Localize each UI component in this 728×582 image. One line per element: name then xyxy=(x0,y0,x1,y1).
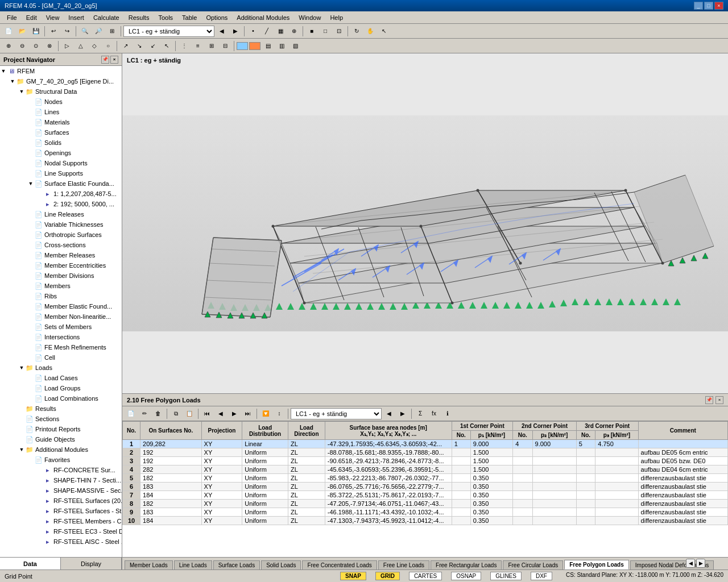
tb2-btn6[interactable]: △ xyxy=(75,40,87,52)
tree-item-13[interactable]: ▸2: 192; 5000, 5000, ... xyxy=(0,199,122,209)
tb2-btn9[interactable]: ↗ xyxy=(119,40,132,52)
save-btn[interactable]: 💾 xyxy=(30,25,42,38)
toggle-11[interactable]: ▼ xyxy=(27,180,34,187)
tree-item-0[interactable]: ▼🖥RFEM xyxy=(0,66,122,76)
bt-last[interactable]: ⏭ xyxy=(242,408,254,420)
osnap-btn[interactable]: OSNAP xyxy=(451,572,481,580)
tree-item-37[interactable]: ▼📁Additional Modules xyxy=(0,444,122,455)
tree-item-32[interactable]: 📄Load Combinations xyxy=(0,393,122,404)
redo-btn[interactable]: ↪ xyxy=(61,25,73,38)
snap-btn[interactable]: SNAP xyxy=(340,572,366,580)
tb2-btn18[interactable]: ▥ xyxy=(275,40,288,52)
zoom-in-btn[interactable]: 🔍 xyxy=(78,25,91,38)
node-btn[interactable]: • xyxy=(247,25,259,38)
tree-item-38[interactable]: 📄Favorites xyxy=(0,455,122,465)
table-row[interactable]: 5 182 XY Uniform ZL -85.983,-22.2213;-86… xyxy=(123,474,728,483)
table-row[interactable]: 2 192 XY Uniform ZL -88.0788,-15.681;-88… xyxy=(123,448,728,457)
bt-fx[interactable]: fx xyxy=(428,408,440,420)
rotate-btn[interactable]: ↻ xyxy=(350,25,363,38)
tab-free-concentrated-loads[interactable]: Free Concentrated Loads xyxy=(302,560,377,569)
dxf-btn[interactable]: DXF xyxy=(531,572,552,580)
tree-item-30[interactable]: 📄Load Cases xyxy=(0,373,122,383)
tree-item-45[interactable]: ▸RF-STEEL EC3 - Steel D... xyxy=(0,526,122,537)
tb2-btn11[interactable]: ↙ xyxy=(147,40,159,52)
tree-item-42[interactable]: ▸RF-STEEL Surfaces (20... xyxy=(0,496,122,506)
table-row[interactable]: 7 184 XY Uniform ZL -85.3722,-25.5131;-7… xyxy=(123,491,728,500)
tb2-btn13[interactable]: ⋮ xyxy=(178,40,191,52)
tb2-btn19[interactable]: ▧ xyxy=(289,40,301,52)
tab-surface-loads[interactable]: Surface Loads xyxy=(213,560,260,569)
grid-btn[interactable]: GRID xyxy=(375,572,400,580)
table-row[interactable]: 1 209,282 XY Linear ZL -47.329,1.75935;-… xyxy=(123,440,728,448)
menu-insert[interactable]: Insert xyxy=(64,13,89,22)
table-row[interactable]: 6 183 XY Uniform ZL -86.0765,-25.7716;-7… xyxy=(123,483,728,491)
toggle-29[interactable]: ▼ xyxy=(18,364,25,371)
bt-lc-prev[interactable]: ◀ xyxy=(383,408,395,420)
tree-item-33[interactable]: 📁Results xyxy=(0,404,122,414)
tree-item-14[interactable]: 📄Line Releases xyxy=(0,209,122,219)
tb2-btn7[interactable]: ◇ xyxy=(88,40,101,52)
undo-btn[interactable]: ↩ xyxy=(47,25,60,38)
close-btn[interactable]: × xyxy=(714,2,723,10)
tree-item-31[interactable]: 📄Load Groups xyxy=(0,383,122,393)
surface-btn[interactable]: ▦ xyxy=(274,25,287,38)
menu-view[interactable]: View xyxy=(42,13,64,22)
line-btn[interactable]: ╱ xyxy=(260,25,273,38)
tree-item-10[interactable]: 📄Line Supports xyxy=(0,168,122,178)
tb2-btn5[interactable]: ▷ xyxy=(61,40,73,52)
menu-file[interactable]: File xyxy=(2,13,22,22)
tab-free-rectangular-loads[interactable]: Free Rectangular Loads xyxy=(431,560,502,569)
tree-item-20[interactable]: 📄Member Divisions xyxy=(0,271,122,281)
table-row[interactable]: 8 182 XY Uniform ZL -47.205,-7.97134;-46… xyxy=(123,500,728,508)
tree-item-3[interactable]: 📄Nodes xyxy=(0,97,122,107)
viewport-3d[interactable]: LC1 : eg + ständig xyxy=(122,53,728,393)
tree-item-5[interactable]: 📄Materials xyxy=(0,117,122,127)
tb2-btn1[interactable]: ⊕ xyxy=(2,40,15,52)
tb2-btn12[interactable]: ↖ xyxy=(160,40,173,52)
bt-next[interactable]: ▶ xyxy=(228,408,241,420)
tree-item-27[interactable]: 📄FE Mesh Refinements xyxy=(0,342,122,352)
glines-btn[interactable]: GLINES xyxy=(490,572,522,580)
zoom-all-btn[interactable]: ⊞ xyxy=(106,25,118,38)
nav-pin-btn[interactable]: 📌 xyxy=(101,56,109,64)
tree-item-19[interactable]: 📄Member Eccentricities xyxy=(0,260,122,271)
tb2-btn14[interactable]: ≡ xyxy=(192,40,204,52)
tb2-btn2[interactable]: ⊖ xyxy=(16,40,28,52)
toggle-1[interactable]: ▼ xyxy=(9,78,16,85)
pan-btn[interactable]: ✋ xyxy=(364,25,377,38)
tb2-btn8[interactable]: ○ xyxy=(102,40,114,52)
toggle-2[interactable]: ▼ xyxy=(18,88,25,95)
tree-item-46[interactable]: ▸RF-STEEL AISC - Steel ... xyxy=(0,537,122,547)
tab-free-line-loads[interactable]: Free Line Loads xyxy=(378,560,429,569)
table-row[interactable]: 3 192 XY Uniform ZL -90.6518,-29.4213;-7… xyxy=(123,457,728,465)
tb2-btn15[interactable]: ⊞ xyxy=(205,40,218,52)
tb2-btn16[interactable]: ⊟ xyxy=(219,40,231,52)
member-btn[interactable]: ⊕ xyxy=(288,25,300,38)
prev-lc-btn[interactable]: ◀ xyxy=(216,25,228,38)
menu-tools[interactable]: Tools xyxy=(154,13,177,22)
menu-additional-modules[interactable]: Additional Modules xyxy=(232,13,294,22)
tb2-btn4[interactable]: ⊗ xyxy=(43,40,56,52)
x-ray-btn[interactable]: ⊡ xyxy=(333,25,345,38)
tab-member-loads[interactable]: Member Loads xyxy=(125,560,173,569)
tab-scroll-right[interactable]: ▶ xyxy=(696,559,705,568)
tree-item-41[interactable]: ▸SHAPE-MASSIVE - Sec... xyxy=(0,485,122,496)
tree-item-11[interactable]: ▼📄Surface Elastic Founda... xyxy=(0,178,122,189)
tree-item-1[interactable]: ▼📁GM_7_40_20_og5 [Eigene Di... xyxy=(0,76,122,86)
bt-copy[interactable]: ⧉ xyxy=(169,408,182,420)
tree-item-15[interactable]: 📄Variable Thicknesses xyxy=(0,219,122,230)
tree-item-6[interactable]: 📄Surfaces xyxy=(0,127,122,138)
nav-header-controls[interactable]: 📌 × xyxy=(101,56,118,64)
select-btn[interactable]: ↖ xyxy=(378,25,390,38)
menu-options[interactable]: Options xyxy=(201,13,232,22)
bt-info[interactable]: ℹ xyxy=(441,408,454,420)
bt-paste[interactable]: 📋 xyxy=(183,408,196,420)
tree-item-35[interactable]: 📄Printout Reports xyxy=(0,424,122,434)
bt-filter[interactable]: 🔽 xyxy=(259,408,272,420)
open-btn[interactable]: 📂 xyxy=(16,25,28,38)
menu-results[interactable]: Results xyxy=(124,13,154,22)
table-row[interactable]: 9 183 XY Uniform ZL -46.1988,-11.1171;-4… xyxy=(123,508,728,517)
tree-item-2[interactable]: ▼📁Structural Data xyxy=(0,86,122,97)
tb2-color1[interactable] xyxy=(237,42,248,50)
tree-item-43[interactable]: ▸RF-STEEL Surfaces - St... xyxy=(0,506,122,516)
